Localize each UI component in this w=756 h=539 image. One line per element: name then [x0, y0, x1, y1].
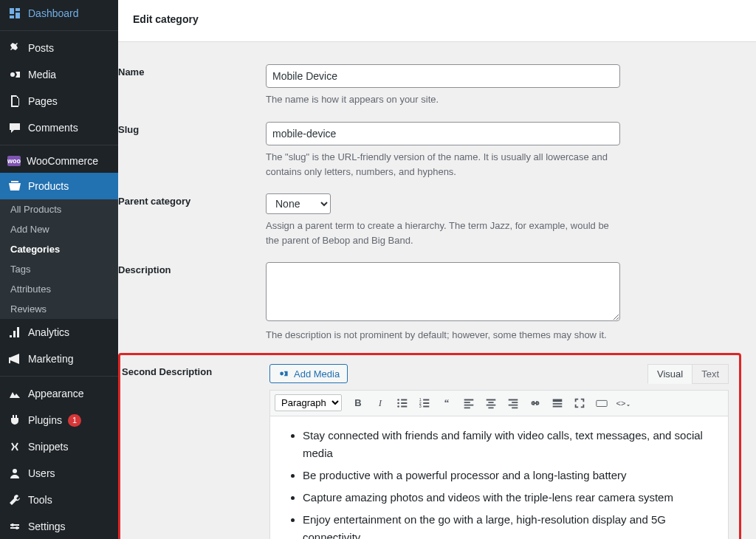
align-center-button[interactable] — [481, 394, 501, 413]
keyboard-button[interactable] — [591, 394, 612, 413]
sidebar-item-label: Settings — [28, 521, 66, 532]
slug-help: The "slug" is the URL-friendly version o… — [266, 150, 620, 179]
media-icon — [7, 67, 22, 82]
slug-input[interactable] — [266, 122, 620, 145]
submenu-all-products[interactable]: All Products — [0, 199, 118, 219]
bullet-item: Be productive with a powerful processor … — [303, 467, 715, 484]
description-help: The description is not prominent by defa… — [266, 328, 620, 343]
users-icon — [7, 466, 22, 481]
bullet-list-button[interactable] — [392, 394, 413, 413]
second-description-highlight: Second Description Add Media Visual Text — [118, 353, 741, 539]
tools-icon — [7, 492, 22, 507]
svg-point-2 — [11, 523, 14, 526]
sidebar-item-pages[interactable]: Pages — [0, 88, 118, 114]
sidebar-item-settings[interactable]: Settings — [0, 513, 118, 539]
sidebar-item-media[interactable]: Media — [0, 61, 118, 88]
align-right-button[interactable] — [503, 394, 523, 413]
woo-icon: woo — [7, 156, 21, 166]
sidebar-item-label: Tools — [28, 494, 52, 506]
parent-select[interactable]: None — [266, 193, 331, 214]
bullet-item: Capture amazing photos and videos with t… — [303, 489, 715, 507]
plugin-update-badge: 1 — [68, 414, 81, 427]
sidebar-item-snippets[interactable]: Snippets — [0, 433, 118, 460]
comment-icon — [7, 120, 22, 135]
fullscreen-button[interactable] — [569, 394, 590, 413]
add-media-label: Add Media — [294, 368, 340, 380]
tab-visual[interactable]: Visual — [647, 364, 693, 384]
link-button[interactable] — [525, 394, 546, 413]
sidebar-item-comments[interactable]: Comments — [0, 114, 118, 141]
media-add-icon — [278, 368, 289, 380]
sidebar-item-posts[interactable]: Posts — [0, 35, 118, 61]
sidebar-item-products[interactable]: Products — [0, 173, 118, 199]
sidebar-item-label: Comments — [28, 122, 78, 134]
sidebar-item-appearance[interactable]: Appearance — [0, 380, 118, 407]
svg-point-0 — [10, 72, 15, 77]
sidebar-item-label: Media — [28, 69, 56, 80]
sidebar-item-label: Appearance — [28, 388, 84, 399]
sidebar-item-label: Users — [28, 467, 55, 479]
analytics-icon — [7, 325, 22, 340]
submenu-categories[interactable]: Categories — [0, 239, 118, 259]
pin-icon — [7, 41, 22, 55]
sidebar-item-label: Snippets — [28, 441, 68, 453]
page-icon — [7, 94, 22, 109]
blockquote-button[interactable]: “ — [436, 394, 457, 413]
submenu-attributes[interactable]: Attributes — [0, 279, 118, 299]
marketing-icon — [7, 351, 22, 366]
svg-point-8 — [397, 405, 399, 408]
sidebar-item-label: Posts — [28, 42, 54, 54]
svg-text:3: 3 — [419, 404, 422, 408]
tab-text[interactable]: Text — [692, 364, 729, 384]
svg-point-6 — [397, 399, 399, 401]
sidebar-item-marketing[interactable]: Marketing — [0, 346, 118, 372]
appearance-icon — [7, 386, 22, 401]
page-title: Edit category — [118, 0, 756, 42]
submenu-reviews[interactable]: Reviews — [0, 299, 118, 319]
main-content: Edit category Name The name is how it ap… — [118, 0, 756, 539]
svg-point-5 — [280, 372, 284, 376]
sidebar-item-dashboard[interactable]: Dashboard — [0, 0, 118, 27]
products-icon — [7, 179, 22, 193]
add-media-button[interactable]: Add Media — [269, 364, 348, 383]
description-label: Description — [118, 262, 266, 343]
align-left-button[interactable] — [458, 394, 479, 413]
description-textarea[interactable] — [266, 262, 620, 321]
slug-label: Slug — [118, 122, 266, 179]
second-description-label: Second Description — [122, 364, 269, 539]
sidebar-item-tools[interactable]: Tools — [0, 487, 118, 513]
sidebar-item-analytics[interactable]: Analytics — [0, 319, 118, 346]
name-input[interactable] — [266, 64, 620, 88]
numbered-list-button[interactable]: 123 — [414, 394, 435, 413]
sidebar-item-users[interactable]: Users — [0, 460, 118, 487]
sidebar-item-label: Analytics — [28, 326, 69, 338]
admin-sidebar: Dashboard Posts Media Pages Comments woo… — [0, 0, 118, 539]
name-row: Name The name is how it appears on your … — [118, 49, 741, 107]
dashboard-icon — [7, 6, 22, 21]
sidebar-item-label: Plugins — [28, 414, 62, 426]
italic-button[interactable]: I — [370, 394, 391, 413]
bold-button[interactable]: B — [348, 394, 368, 413]
toolbar-toggle-button[interactable]: <> — [614, 394, 634, 413]
sidebar-item-woocommerce[interactable]: woo WooCommerce — [0, 149, 118, 173]
editor-content-area[interactable]: Stay connected with friends and family w… — [270, 416, 728, 539]
submenu-add-new[interactable]: Add New — [0, 219, 118, 239]
sidebar-item-label: Pages — [28, 95, 58, 107]
format-select[interactable]: Paragraph — [275, 394, 342, 411]
bullet-item: Stay connected with friends and family w… — [303, 427, 715, 462]
description-row: Description The description is not promi… — [118, 247, 741, 343]
sidebar-item-label: Marketing — [28, 353, 73, 365]
bullet-item: Enjoy entertainment on the go with a lar… — [303, 511, 715, 539]
sidebar-item-label: Dashboard — [28, 7, 79, 19]
svg-rect-12 — [597, 400, 607, 406]
insert-more-button[interactable] — [547, 394, 568, 413]
parent-row: Parent category None Assign a parent ter… — [118, 179, 741, 247]
parent-label: Parent category — [118, 193, 266, 247]
submenu-tags[interactable]: Tags — [0, 259, 118, 279]
plugins-icon — [7, 413, 22, 428]
sidebar-item-plugins[interactable]: Plugins 1 — [0, 407, 118, 433]
parent-help: Assign a parent term to create a hierarc… — [266, 219, 620, 247]
svg-point-3 — [16, 526, 18, 529]
name-help: The name is how it appears on your site. — [266, 92, 620, 107]
sidebar-item-label: WooCommerce — [27, 155, 98, 167]
